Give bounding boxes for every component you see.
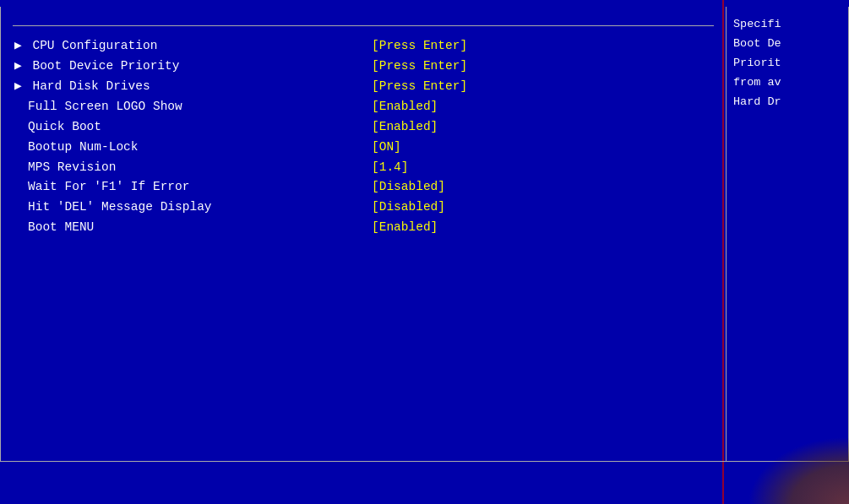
menu-item-value: [Disabled] — [363, 198, 714, 218]
menu-item-name: ▶ CPU Configuration — [13, 36, 363, 57]
menu-row[interactable]: ▶ Hard Disk Drives[Press Enter] — [13, 77, 714, 97]
menu-item-name: Boot MENU — [13, 218, 363, 238]
menu-item-value: [1.4] — [363, 158, 714, 178]
menu-row[interactable]: Wait For 'F1' If Error[Disabled] — [13, 177, 714, 198]
menu-item-name: Wait For 'F1' If Error — [13, 177, 363, 198]
menu-row[interactable]: ▶ CPU Configuration[Press Enter] — [13, 36, 714, 57]
arrow-icon: ▶ — [14, 39, 29, 52]
menu-item-value: [Press Enter] — [363, 36, 714, 57]
menu-item-value: [Enabled] — [363, 218, 714, 238]
help-line: Boot De — [733, 35, 841, 54]
help-line: Priorit — [733, 54, 841, 73]
menu-row[interactable]: Boot MENU[Enabled] — [13, 218, 714, 238]
menu-item-value: [Disabled] — [363, 177, 714, 198]
arrow-icon: ▶ — [14, 59, 29, 73]
menu-row[interactable]: Hit 'DEL' Message Display[Disabled] — [13, 198, 714, 218]
help-line: Hard Dr — [733, 93, 841, 112]
bios-screen: ▶ CPU Configuration[Press Enter]▶ Boot D… — [0, 0, 849, 504]
main-layout: ▶ CPU Configuration[Press Enter]▶ Boot D… — [0, 7, 849, 462]
menu-item-name: ▶ Boot Device Priority — [13, 57, 363, 77]
bottom-overlay — [748, 436, 849, 504]
left-panel: ▶ CPU Configuration[Press Enter]▶ Boot D… — [0, 7, 727, 462]
help-text: SpecifiBoot DePrioritfrom avHard Dr — [733, 15, 841, 112]
menu-row[interactable]: ▶ Boot Device Priority[Press Enter] — [13, 57, 714, 77]
menu-item-name: Quick Boot — [13, 117, 363, 138]
menu-item-name: Full Screen LOGO Show — [13, 97, 363, 117]
help-line: Specifi — [733, 15, 841, 35]
arrow-icon: ▶ — [14, 79, 29, 93]
menu-item-name: Hit 'DEL' Message Display — [13, 198, 363, 218]
divider — [13, 25, 714, 26]
menu-row[interactable]: MPS Revision[1.4] — [13, 158, 714, 178]
menu-row[interactable]: Quick Boot[Enabled] — [13, 117, 714, 138]
menu-item-value: [Enabled] — [363, 97, 714, 117]
menu-item-name: MPS Revision — [13, 158, 363, 178]
menu-item-value: [ON] — [363, 138, 714, 158]
right-panel: SpecifiBoot DePrioritfrom avHard Dr — [727, 7, 849, 462]
menu-table: ▶ CPU Configuration[Press Enter]▶ Boot D… — [13, 36, 714, 238]
menu-item-value: [Enabled] — [363, 117, 714, 138]
menu-item-name: ▶ Hard Disk Drives — [13, 77, 363, 97]
menu-item-name: Bootup Num-Lock — [13, 138, 363, 158]
menu-row[interactable]: Bootup Num-Lock[ON] — [13, 138, 714, 158]
menu-item-value: [Press Enter] — [363, 77, 714, 97]
menu-row[interactable]: Full Screen LOGO Show[Enabled] — [13, 97, 714, 117]
help-line: from av — [733, 73, 841, 93]
menu-item-value: [Press Enter] — [363, 57, 714, 77]
